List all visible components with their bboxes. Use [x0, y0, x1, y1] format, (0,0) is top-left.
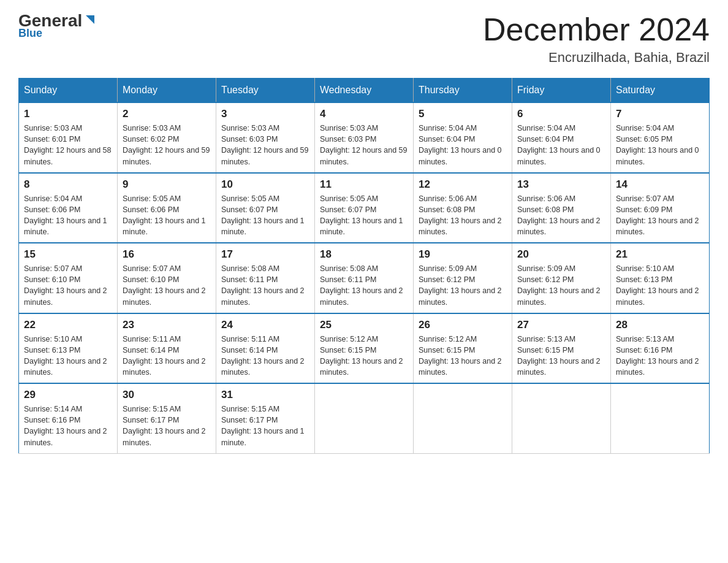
day-number: 18: [320, 248, 408, 261]
day-info: Sunrise: 5:11 AM Sunset: 6:14 PM Dayligh…: [123, 334, 211, 378]
logo-triangle-icon: [83, 13, 97, 26]
week-row-3: 15 Sunrise: 5:07 AM Sunset: 6:10 PM Dayl…: [19, 243, 710, 313]
calendar-cell: 10 Sunrise: 5:05 AM Sunset: 6:07 PM Dayl…: [216, 173, 315, 243]
calendar-cell: 25 Sunrise: 5:12 AM Sunset: 6:15 PM Dayl…: [315, 313, 414, 384]
calendar-cell: 6 Sunrise: 5:04 AM Sunset: 6:04 PM Dayli…: [512, 102, 611, 173]
day-info: Sunrise: 5:07 AM Sunset: 6:09 PM Dayligh…: [616, 193, 704, 238]
day-info: Sunrise: 5:10 AM Sunset: 6:13 PM Dayligh…: [24, 334, 112, 378]
day-number: 6: [517, 108, 605, 120]
calendar-cell: 24 Sunrise: 5:11 AM Sunset: 6:14 PM Dayl…: [216, 313, 315, 384]
day-number: 8: [24, 178, 112, 191]
day-info: Sunrise: 5:04 AM Sunset: 6:04 PM Dayligh…: [419, 123, 507, 167]
day-info: Sunrise: 5:14 AM Sunset: 6:16 PM Dayligh…: [24, 404, 112, 448]
calendar-cell: 7 Sunrise: 5:04 AM Sunset: 6:05 PM Dayli…: [611, 102, 710, 173]
day-number: 25: [320, 319, 408, 331]
day-number: 9: [123, 178, 211, 191]
week-row-2: 8 Sunrise: 5:04 AM Sunset: 6:06 PM Dayli…: [19, 173, 710, 243]
calendar-cell: 9 Sunrise: 5:05 AM Sunset: 6:06 PM Dayli…: [118, 173, 216, 243]
calendar-cell: 3 Sunrise: 5:03 AM Sunset: 6:03 PM Dayli…: [216, 102, 315, 173]
day-info: Sunrise: 5:04 AM Sunset: 6:04 PM Dayligh…: [517, 123, 605, 167]
day-info: Sunrise: 5:09 AM Sunset: 6:12 PM Dayligh…: [419, 263, 507, 308]
header-sunday: Sunday: [19, 79, 118, 103]
day-info: Sunrise: 5:07 AM Sunset: 6:10 PM Dayligh…: [123, 263, 211, 308]
day-info: Sunrise: 5:03 AM Sunset: 6:03 PM Dayligh…: [320, 123, 408, 167]
calendar-cell: 31 Sunrise: 5:15 AM Sunset: 6:17 PM Dayl…: [216, 383, 315, 453]
calendar-cell: 29 Sunrise: 5:14 AM Sunset: 6:16 PM Dayl…: [19, 383, 118, 453]
calendar-cell: 15 Sunrise: 5:07 AM Sunset: 6:10 PM Dayl…: [19, 243, 118, 313]
day-info: Sunrise: 5:04 AM Sunset: 6:06 PM Dayligh…: [24, 193, 112, 238]
day-number: 13: [517, 178, 605, 191]
calendar-cell: 28 Sunrise: 5:13 AM Sunset: 6:16 PM Dayl…: [611, 313, 710, 384]
day-info: Sunrise: 5:15 AM Sunset: 6:17 PM Dayligh…: [221, 404, 309, 448]
location-subtitle: Encruzilhada, Bahia, Brazil: [483, 50, 710, 66]
calendar-cell: [315, 383, 414, 453]
day-info: Sunrise: 5:10 AM Sunset: 6:13 PM Dayligh…: [616, 263, 704, 308]
day-number: 22: [24, 319, 112, 331]
day-info: Sunrise: 5:03 AM Sunset: 6:01 PM Dayligh…: [24, 123, 112, 167]
day-info: Sunrise: 5:07 AM Sunset: 6:10 PM Dayligh…: [24, 263, 112, 308]
day-info: Sunrise: 5:08 AM Sunset: 6:11 PM Dayligh…: [320, 263, 408, 308]
calendar-header-row: SundayMondayTuesdayWednesdayThursdayFrid…: [19, 79, 710, 103]
day-number: 31: [221, 389, 309, 401]
day-info: Sunrise: 5:06 AM Sunset: 6:08 PM Dayligh…: [517, 193, 605, 238]
calendar-cell: 13 Sunrise: 5:06 AM Sunset: 6:08 PM Dayl…: [512, 173, 611, 243]
day-number: 3: [221, 108, 309, 120]
calendar-cell: 2 Sunrise: 5:03 AM Sunset: 6:02 PM Dayli…: [118, 102, 216, 173]
day-number: 15: [24, 248, 112, 261]
day-info: Sunrise: 5:08 AM Sunset: 6:11 PM Dayligh…: [221, 263, 309, 308]
header-monday: Monday: [118, 79, 216, 103]
day-info: Sunrise: 5:06 AM Sunset: 6:08 PM Dayligh…: [419, 193, 507, 238]
calendar-cell: 23 Sunrise: 5:11 AM Sunset: 6:14 PM Dayl…: [118, 313, 216, 384]
calendar-cell: 1 Sunrise: 5:03 AM Sunset: 6:01 PM Dayli…: [19, 102, 118, 173]
day-number: 4: [320, 108, 408, 120]
day-number: 30: [123, 389, 211, 401]
calendar-cell: 27 Sunrise: 5:13 AM Sunset: 6:15 PM Dayl…: [512, 313, 611, 384]
day-info: Sunrise: 5:05 AM Sunset: 6:07 PM Dayligh…: [221, 193, 309, 238]
day-number: 29: [24, 389, 112, 401]
month-title: December 2024: [483, 12, 710, 47]
svg-marker-0: [86, 15, 94, 24]
day-info: Sunrise: 5:12 AM Sunset: 6:15 PM Dayligh…: [320, 334, 408, 378]
day-number: 7: [616, 108, 704, 120]
day-info: Sunrise: 5:11 AM Sunset: 6:14 PM Dayligh…: [221, 334, 309, 378]
day-info: Sunrise: 5:12 AM Sunset: 6:15 PM Dayligh…: [419, 334, 507, 378]
page-header: General Blue December 2024 Encruzilhada,…: [18, 12, 710, 66]
day-number: 28: [616, 319, 704, 331]
calendar-cell: 30 Sunrise: 5:15 AM Sunset: 6:17 PM Dayl…: [118, 383, 216, 453]
calendar-cell: 12 Sunrise: 5:06 AM Sunset: 6:08 PM Dayl…: [414, 173, 512, 243]
calendar-cell: 18 Sunrise: 5:08 AM Sunset: 6:11 PM Dayl…: [315, 243, 414, 313]
day-info: Sunrise: 5:03 AM Sunset: 6:03 PM Dayligh…: [221, 123, 309, 167]
week-row-4: 22 Sunrise: 5:10 AM Sunset: 6:13 PM Dayl…: [19, 313, 710, 384]
day-info: Sunrise: 5:05 AM Sunset: 6:07 PM Dayligh…: [320, 193, 408, 238]
header-wednesday: Wednesday: [315, 79, 414, 103]
calendar-cell: 22 Sunrise: 5:10 AM Sunset: 6:13 PM Dayl…: [19, 313, 118, 384]
calendar-cell: 26 Sunrise: 5:12 AM Sunset: 6:15 PM Dayl…: [414, 313, 512, 384]
day-number: 17: [221, 248, 309, 261]
calendar-cell: [414, 383, 512, 453]
day-number: 20: [517, 248, 605, 261]
calendar-cell: 20 Sunrise: 5:09 AM Sunset: 6:12 PM Dayl…: [512, 243, 611, 313]
header-tuesday: Tuesday: [216, 79, 315, 103]
logo-sub-text: Blue: [18, 27, 42, 40]
day-info: Sunrise: 5:05 AM Sunset: 6:06 PM Dayligh…: [123, 193, 211, 238]
day-number: 27: [517, 319, 605, 331]
calendar-cell: [611, 383, 710, 453]
header-saturday: Saturday: [611, 79, 710, 103]
title-area: December 2024 Encruzilhada, Bahia, Brazi…: [483, 12, 710, 66]
day-number: 16: [123, 248, 211, 261]
calendar-cell: 5 Sunrise: 5:04 AM Sunset: 6:04 PM Dayli…: [414, 102, 512, 173]
day-info: Sunrise: 5:09 AM Sunset: 6:12 PM Dayligh…: [517, 263, 605, 308]
calendar-cell: 16 Sunrise: 5:07 AM Sunset: 6:10 PM Dayl…: [118, 243, 216, 313]
day-info: Sunrise: 5:15 AM Sunset: 6:17 PM Dayligh…: [123, 404, 211, 448]
day-info: Sunrise: 5:04 AM Sunset: 6:05 PM Dayligh…: [616, 123, 704, 167]
header-thursday: Thursday: [414, 79, 512, 103]
week-row-5: 29 Sunrise: 5:14 AM Sunset: 6:16 PM Dayl…: [19, 383, 710, 453]
week-row-1: 1 Sunrise: 5:03 AM Sunset: 6:01 PM Dayli…: [19, 102, 710, 173]
calendar-cell: 14 Sunrise: 5:07 AM Sunset: 6:09 PM Dayl…: [611, 173, 710, 243]
calendar-cell: 8 Sunrise: 5:04 AM Sunset: 6:06 PM Dayli…: [19, 173, 118, 243]
header-friday: Friday: [512, 79, 611, 103]
day-number: 11: [320, 178, 408, 191]
calendar-table: SundayMondayTuesdayWednesdayThursdayFrid…: [18, 78, 710, 454]
calendar-cell: 19 Sunrise: 5:09 AM Sunset: 6:12 PM Dayl…: [414, 243, 512, 313]
day-number: 19: [419, 248, 507, 261]
